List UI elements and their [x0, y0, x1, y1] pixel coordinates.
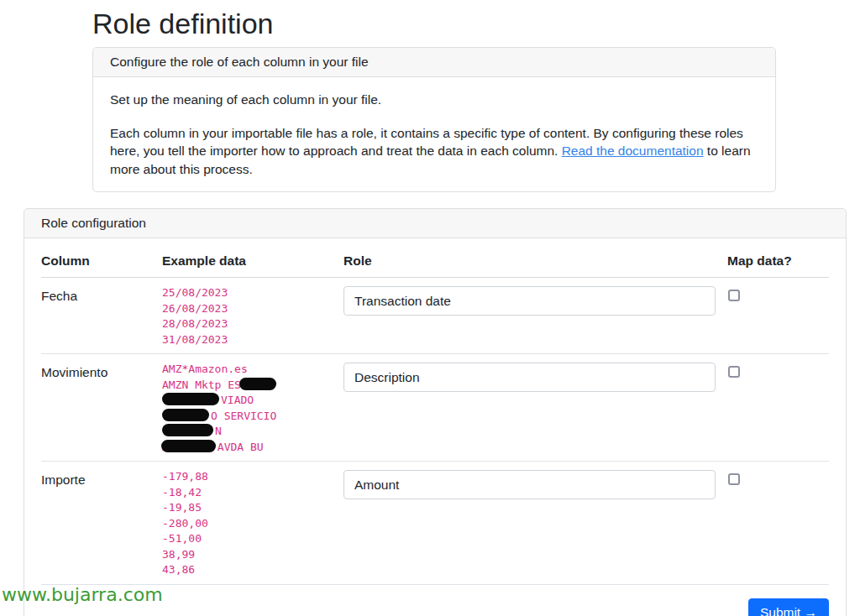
example-value: 31/08/2023 [162, 333, 228, 346]
example-data-line: AMZ*Amazon.es [162, 361, 343, 377]
map-data-cell [727, 278, 829, 354]
role-card-body: ColumnExample dataRoleMap data? Fecha25/… [24, 238, 846, 616]
example-value: -18,42 [162, 486, 202, 499]
example-data-line: 26/08/2023 [162, 300, 343, 316]
example-data-cell: 25/08/202326/08/202328/08/202331/08/2023 [162, 278, 343, 354]
column-name: Importe [41, 462, 162, 585]
column-header-column: Column [41, 243, 162, 278]
table-row: MovimientoAMZ*Amazon.esAMZN Mktp ESVIADO… [41, 354, 829, 462]
example-data-line: -280,00 [162, 515, 343, 531]
role-table: ColumnExample dataRoleMap data? Fecha25/… [41, 243, 829, 585]
column-header-example-data: Example data [162, 243, 343, 278]
example-value: AMZN Mktp ES [162, 378, 241, 391]
column-name: Fecha [41, 278, 162, 354]
role-select[interactable]: Amount [343, 470, 716, 499]
example-value: AVDA BU [218, 441, 264, 453]
example-data-line: AMZN Mktp ES [162, 377, 343, 393]
role-select[interactable]: Transaction date [343, 286, 716, 316]
role-select-value: Transaction date [354, 294, 451, 309]
example-value: 38,99 [162, 548, 195, 561]
info-paragraph-2: Each column in your importable file has … [110, 124, 758, 179]
role-select-value: Description [354, 370, 420, 385]
example-data-line: -179,88 [162, 468, 343, 484]
example-data-line: 31/08/2023 [162, 331, 343, 347]
example-value: N [215, 425, 222, 437]
example-data-line: MAVDA BU [162, 439, 343, 455]
documentation-link[interactable]: Read the documentation [562, 144, 704, 158]
map-data-checkbox[interactable] [728, 473, 740, 485]
submit-button[interactable]: Submit → [748, 598, 829, 616]
role-card-header: Role configuration [24, 209, 846, 238]
info-paragraph-1: Set up the meaning of each column in you… [110, 91, 758, 109]
info-card-header: Configure the role of each column in you… [93, 48, 775, 77]
example-value: 43,86 [162, 563, 195, 576]
example-value: -51,00 [162, 532, 202, 545]
info-card-body: Set up the meaning of each column in you… [93, 77, 775, 191]
example-value: -19,85 [162, 501, 202, 514]
redaction-mark [162, 409, 209, 421]
example-data-line: 43,86 [162, 561, 343, 577]
page-title: Role definition [92, 7, 860, 40]
table-header-row: ColumnExample dataRoleMap data? [41, 243, 829, 278]
example-data-line: 25/08/2023 [162, 285, 343, 300]
column-header-role: Role [343, 243, 727, 278]
column-name: Movimiento [41, 354, 162, 462]
info-card: Configure the role of each column in you… [92, 47, 776, 192]
example-data-cell: AMZ*Amazon.esAMZN Mktp ESVIADOO SERVICIO… [162, 354, 343, 462]
example-value: 28/08/2023 [162, 317, 228, 330]
role-cell: Transaction date [343, 278, 727, 354]
example-value: AMZ*Amazon.es [162, 363, 248, 375]
example-data-line: -51,00 [162, 530, 343, 546]
map-data-checkbox[interactable] [728, 290, 740, 301]
example-value: VIADO [221, 394, 254, 406]
redaction-mark [239, 378, 276, 390]
role-cell: Description [343, 354, 727, 462]
role-configuration-card: Role configuration ColumnExample dataRol… [24, 208, 847, 616]
redaction-mark [161, 440, 216, 452]
example-data-line: VIADO [162, 392, 343, 408]
example-data-line: -18,42 [162, 484, 343, 500]
example-data-line: 38,99 [162, 546, 343, 562]
column-header-map-data: Map data? [727, 243, 829, 278]
redaction-mark [162, 424, 213, 436]
watermark: www.bujarra.com [2, 584, 163, 605]
role-select[interactable]: Description [343, 363, 716, 392]
map-data-cell [727, 354, 829, 462]
table-row: Fecha25/08/202326/08/202328/08/202331/08… [41, 278, 829, 354]
role-select-value: Amount [354, 478, 399, 493]
example-value: 26/08/2023 [162, 302, 228, 315]
example-data-line: N [162, 423, 343, 439]
example-value: -179,88 [162, 470, 208, 483]
map-data-checkbox[interactable] [728, 366, 740, 378]
example-data-line: -19,85 [162, 499, 343, 515]
example-data-line: O SERVICIO [162, 408, 343, 424]
table-row: Importe-179,88-18,42-19,85-280,00-51,003… [41, 462, 829, 585]
redaction-mark [162, 393, 219, 405]
role-cell: Amount [343, 462, 727, 585]
example-value: 25/08/2023 [162, 286, 228, 299]
map-data-cell [727, 462, 829, 585]
example-data-cell: -179,88-18,42-19,85-280,00-51,0038,9943,… [162, 462, 343, 585]
example-data-line: 28/08/2023 [162, 316, 343, 331]
example-value: O SERVICIO [211, 410, 276, 422]
example-value: -280,00 [162, 517, 208, 530]
